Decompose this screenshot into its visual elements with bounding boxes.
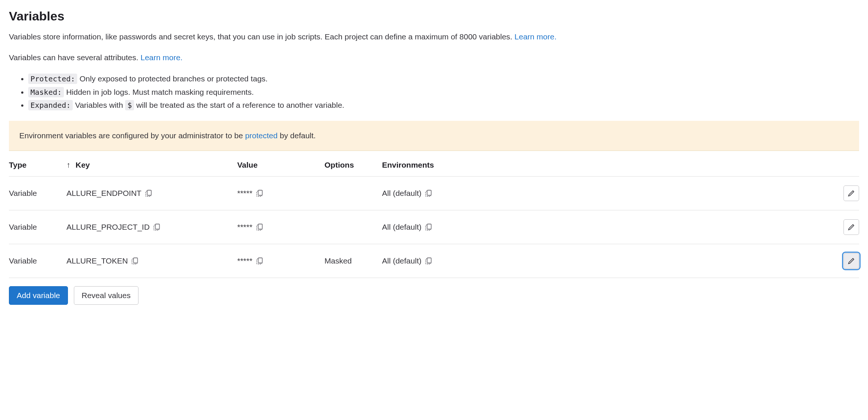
env-text: All (default) xyxy=(382,256,421,265)
header-type[interactable]: Type xyxy=(9,161,66,169)
table-row: Variable ALLURE_ENDPOINT ***** All (defa… xyxy=(9,177,859,210)
row-key: ALLURE_TOKEN xyxy=(66,256,237,265)
footer-buttons: Add variable Reveal values xyxy=(9,286,859,305)
copy-value-icon[interactable] xyxy=(256,223,264,231)
row-value: ***** xyxy=(237,189,324,198)
sort-arrow-icon: ↑ xyxy=(66,161,71,169)
copy-value-icon[interactable] xyxy=(256,189,264,197)
key-text: ALLURE_TOKEN xyxy=(66,256,128,265)
reveal-values-button[interactable]: Reveal values xyxy=(74,286,138,305)
banner-suffix: by default. xyxy=(278,131,316,140)
header-key-label: Key xyxy=(76,161,90,169)
copy-env-icon[interactable] xyxy=(425,189,433,197)
value-text: ***** xyxy=(237,256,252,265)
svg-rect-8 xyxy=(427,258,431,263)
page-title: Variables xyxy=(9,9,859,23)
learn-more-link[interactable]: Learn more. xyxy=(515,32,557,41)
svg-rect-5 xyxy=(427,224,431,229)
svg-rect-6 xyxy=(134,258,138,263)
attributes-list: Protected: Only exposed to protected bra… xyxy=(9,72,859,112)
value-text: ***** xyxy=(237,223,252,232)
attribute-expanded: Expanded: Variables with $ will be treat… xyxy=(28,98,859,112)
expanded-text-after: will be treated as the start of a refere… xyxy=(134,101,344,109)
row-env: All (default) xyxy=(382,256,833,265)
row-value: ***** xyxy=(237,256,324,265)
protected-link[interactable]: protected xyxy=(245,131,278,140)
row-key: ALLURE_PROJECT_ID xyxy=(66,223,237,232)
attributes-intro-text: Variables can have several attributes. xyxy=(9,53,140,62)
pencil-icon xyxy=(848,190,855,197)
env-text: All (default) xyxy=(382,223,421,232)
dollar-sign: $ xyxy=(125,100,134,110)
attributes-intro: Variables can have several attributes. L… xyxy=(9,52,859,64)
key-text: ALLURE_PROJECT_ID xyxy=(66,223,150,232)
row-env: All (default) xyxy=(382,223,833,232)
masked-tag: Masked: xyxy=(28,87,64,97)
edit-button[interactable] xyxy=(843,219,859,235)
protected-tag: Protected: xyxy=(28,74,77,84)
info-banner: Environment variables are configured by … xyxy=(9,121,859,151)
header-environments[interactable]: Environments xyxy=(382,161,833,169)
copy-env-icon[interactable] xyxy=(425,257,433,265)
svg-rect-3 xyxy=(156,224,160,229)
edit-button[interactable] xyxy=(843,185,859,201)
attributes-learn-more-link[interactable]: Learn more. xyxy=(140,53,182,62)
row-type: Variable xyxy=(9,223,66,232)
pencil-icon xyxy=(848,257,855,265)
row-key: ALLURE_ENDPOINT xyxy=(66,189,237,198)
header-options[interactable]: Options xyxy=(324,161,382,169)
value-text: ***** xyxy=(237,189,252,198)
key-text: ALLURE_ENDPOINT xyxy=(66,189,141,198)
copy-env-icon[interactable] xyxy=(425,223,433,231)
row-type: Variable xyxy=(9,189,66,198)
protected-text: Only exposed to protected branches or pr… xyxy=(77,74,267,83)
svg-rect-0 xyxy=(147,190,151,195)
edit-button[interactable] xyxy=(843,253,859,269)
expanded-tag: Expanded: xyxy=(28,100,73,110)
copy-key-icon[interactable] xyxy=(153,223,161,231)
masked-text: Hidden in job logs. Must match masking r… xyxy=(64,88,254,96)
banner-prefix: Environment variables are configured by … xyxy=(19,131,245,140)
svg-rect-4 xyxy=(258,224,262,229)
header-key[interactable]: ↑ Key xyxy=(66,161,237,169)
copy-key-icon[interactable] xyxy=(145,189,153,197)
variables-table: Type ↑ Key Value Options Environments Va… xyxy=(9,154,859,278)
table-header-row: Type ↑ Key Value Options Environments xyxy=(9,154,859,177)
row-type: Variable xyxy=(9,256,66,265)
expanded-text-before: Variables with xyxy=(73,101,125,109)
add-variable-button[interactable]: Add variable xyxy=(9,286,68,305)
attribute-protected: Protected: Only exposed to protected bra… xyxy=(28,72,859,85)
env-text: All (default) xyxy=(382,189,421,198)
svg-rect-7 xyxy=(258,258,262,263)
table-row: Variable ALLURE_TOKEN ***** Masked All (… xyxy=(9,244,859,278)
row-options: Masked xyxy=(324,256,382,265)
description-text: Variables store information, like passwo… xyxy=(9,32,515,41)
copy-key-icon[interactable] xyxy=(131,257,140,265)
svg-rect-1 xyxy=(258,190,262,195)
table-row: Variable ALLURE_PROJECT_ID ***** All (de… xyxy=(9,210,859,244)
copy-value-icon[interactable] xyxy=(256,257,264,265)
pencil-icon xyxy=(848,223,855,231)
attribute-masked: Masked: Hidden in job logs. Must match m… xyxy=(28,85,859,99)
row-value: ***** xyxy=(237,223,324,232)
header-value[interactable]: Value xyxy=(237,161,324,169)
svg-rect-2 xyxy=(427,190,431,195)
row-env: All (default) xyxy=(382,189,833,198)
variables-description: Variables store information, like passwo… xyxy=(9,31,859,43)
